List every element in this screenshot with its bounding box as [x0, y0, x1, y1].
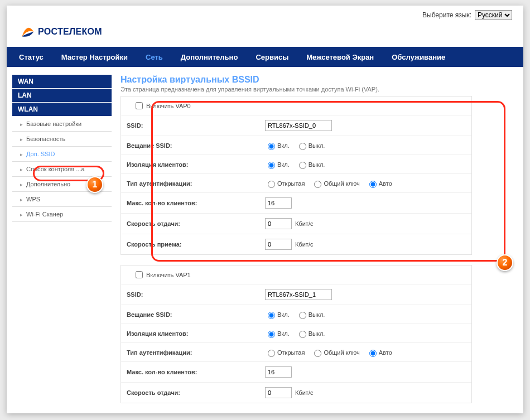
label-ssid: SSID: — [121, 115, 259, 136]
vap1-auth-auto[interactable] — [369, 350, 377, 357]
vap1-isolation-off[interactable] — [299, 331, 306, 338]
bullet-icon: ▸ — [20, 182, 23, 187]
content-area: Настройка виртуальных BSSID Эта страница… — [116, 67, 523, 413]
radio-label-shared: Общий ключ — [324, 349, 359, 356]
vap1-broadcast-off[interactable] — [299, 312, 306, 319]
label-broadcast: Вещание SSID: — [121, 305, 259, 324]
nav-maintenance[interactable]: Обслуживание — [383, 47, 454, 67]
vap1-isolation-on[interactable] — [268, 331, 275, 338]
radio-label-auto: Авто — [379, 180, 392, 187]
page-title: Настройка виртуальных BSSID — [121, 75, 510, 85]
sidebar-item-add-ssid[interactable]: ▸Доп. SSID — [12, 147, 112, 162]
radio-label-on: Вкл. — [277, 311, 290, 318]
sidebar-item-acl[interactable]: ▸Список контроля ...а — [12, 162, 112, 177]
vap0-isolation-off[interactable] — [299, 162, 306, 169]
vap0-maxclients-input[interactable] — [265, 197, 292, 209]
bullet-icon: ▸ — [20, 137, 23, 142]
language-label: Выберите язык: — [422, 11, 471, 19]
brand-area: РОСТЕЛЕКОМ — [7, 21, 523, 47]
sidebar-header-lan[interactable]: LAN — [12, 89, 112, 103]
radio-label-auto: Авто — [379, 349, 392, 356]
vap0-enable-checkbox[interactable] — [136, 102, 143, 109]
vap1-auth-open[interactable] — [268, 350, 275, 357]
label-rxrate: Скорость приема: — [121, 234, 259, 254]
nav-firewall[interactable]: Межсетевой Экран — [297, 47, 383, 67]
vap1-ssid-input[interactable] — [265, 289, 332, 300]
radio-label-shared: Общий ключ — [324, 180, 359, 187]
language-select[interactable]: Русский — [475, 10, 512, 20]
label-maxclients: Макс. кол-во клиентов: — [121, 193, 259, 213]
vap0-ssid-input[interactable] — [265, 120, 332, 131]
vap1-enable-checkbox[interactable] — [136, 271, 143, 278]
label-txrate: Скорость отдачи: — [121, 383, 259, 403]
sidebar: WAN LAN WLAN ▸Базовые настройки ▸Безопас… — [7, 67, 116, 413]
vap0-auth-shared[interactable] — [314, 181, 321, 188]
vap0-broadcast-on[interactable] — [268, 143, 275, 150]
vap1-txrate-input[interactable] — [265, 387, 292, 398]
sidebar-item-wps[interactable]: ▸WPS — [12, 192, 112, 207]
app-window: Выберите язык: Русский РОСТЕЛЕКОМ Статус… — [7, 6, 523, 413]
sidebar-item-label: Дополнительно — [26, 181, 70, 187]
annotation-marker-2: 2 — [497, 254, 513, 271]
nav-services[interactable]: Сервисы — [247, 47, 297, 67]
brand-text: РОСТЕЛЕКОМ — [38, 27, 102, 37]
bullet-icon: ▸ — [20, 212, 23, 218]
radio-label-off: Выкл. — [309, 311, 325, 318]
rostelecom-logo-icon — [20, 25, 35, 39]
radio-label-open: Открытая — [277, 349, 305, 356]
vap1-maxclients-input[interactable] — [265, 366, 292, 378]
sidebar-item-label: Список контроля ...а — [26, 166, 85, 172]
radio-label-on: Вкл. — [277, 142, 290, 149]
label-ssid: SSID: — [121, 284, 259, 305]
nav-wizard[interactable]: Мастер Настройки — [52, 47, 137, 67]
vap0-broadcast-off[interactable] — [299, 143, 306, 150]
vap0-enable-label: Включить VAP0 — [146, 103, 191, 109]
label-auth: Тип аутентификации: — [121, 343, 259, 361]
sidebar-item-scanner[interactable]: ▸Wi-Fi Сканер — [12, 207, 112, 222]
radio-label-off: Выкл. — [309, 161, 325, 168]
vap1-enable-label: Включить VAP1 — [146, 272, 191, 278]
sidebar-header-wan[interactable]: WAN — [12, 75, 112, 89]
vap0-isolation-on[interactable] — [268, 162, 275, 169]
vap0-auth-auto[interactable] — [369, 181, 377, 188]
page-body: WAN LAN WLAN ▸Базовые настройки ▸Безопас… — [7, 67, 523, 413]
radio-label-off: Выкл. — [309, 142, 325, 149]
vap0-panel: Включить VAP0 SSID: Вещание SSID: Вкл. В… — [121, 96, 472, 255]
sidebar-header-wlan[interactable]: WLAN — [12, 103, 112, 117]
label-txrate: Скорость отдачи: — [121, 214, 259, 234]
vap0-auth-open[interactable] — [268, 181, 275, 188]
vap1-broadcast-on[interactable] — [268, 312, 275, 319]
sidebar-item-security[interactable]: ▸Безопасность — [12, 132, 112, 147]
sidebar-item-label: Безопасность — [26, 136, 65, 142]
sidebar-item-label: Wi-Fi Сканер — [26, 211, 63, 218]
language-bar: Выберите язык: Русский — [7, 6, 523, 21]
vap0-txrate-input[interactable] — [265, 218, 292, 229]
label-broadcast: Вещание SSID: — [121, 136, 259, 155]
vap1-auth-shared[interactable] — [314, 350, 321, 357]
nav-status[interactable]: Статус — [10, 47, 52, 67]
unit-label: Кбит/с — [295, 220, 313, 227]
radio-label-on: Вкл. — [277, 330, 290, 337]
bullet-icon: ▸ — [20, 167, 23, 172]
sidebar-item-label: Базовые настройки — [26, 120, 81, 127]
nav-network[interactable]: Сеть — [137, 47, 172, 67]
bullet-icon: ▸ — [20, 197, 23, 202]
unit-label: Кбит/с — [295, 389, 313, 396]
nav-advanced[interactable]: Дополнительно — [172, 47, 247, 67]
label-isolation: Изоляция клиентов: — [121, 324, 259, 342]
radio-label-open: Открытая — [277, 180, 305, 187]
annotation-marker-1: 1 — [86, 176, 103, 193]
bullet-icon: ▸ — [20, 152, 23, 157]
vap0-rxrate-input[interactable] — [265, 239, 292, 250]
label-isolation: Изоляция клиентов: — [121, 155, 259, 173]
radio-label-on: Вкл. — [277, 161, 290, 168]
radio-label-off: Выкл. — [309, 330, 325, 337]
main-nav: Статус Мастер Настройки Сеть Дополнитель… — [7, 47, 523, 67]
unit-label: Кбит/с — [295, 241, 313, 248]
label-maxclients: Макс. кол-во клиентов: — [121, 362, 259, 382]
sidebar-item-label: WPS — [26, 196, 40, 202]
label-auth: Тип аутентификации: — [121, 174, 259, 192]
bullet-icon: ▸ — [20, 122, 23, 127]
vap1-panel: Включить VAP1 SSID: Вещание SSID: Вкл. В… — [121, 265, 472, 403]
sidebar-item-basic[interactable]: ▸Базовые настройки — [12, 117, 112, 132]
